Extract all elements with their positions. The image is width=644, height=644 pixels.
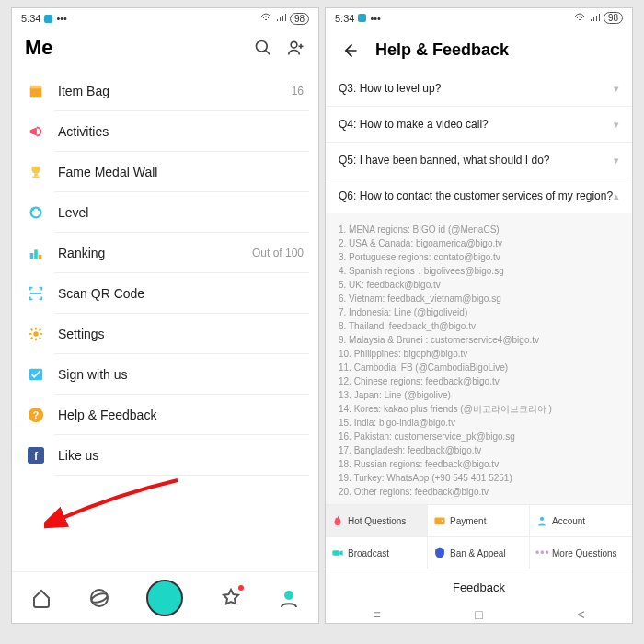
svg-point-10	[31, 208, 35, 212]
video-icon	[331, 546, 344, 559]
wifi-icon	[260, 13, 271, 24]
notification-dot-icon	[238, 585, 244, 591]
answer-line: 18. Russian regions: feedback@bigo.tv	[339, 457, 619, 471]
android-nav: ≡ □ <	[326, 605, 632, 623]
svg-rect-12	[30, 253, 34, 259]
svg-line-24	[40, 329, 41, 331]
nav-back-icon[interactable]: <	[572, 607, 591, 622]
menu-item-bag[interactable]: Item Bag 16	[12, 71, 318, 111]
answer-line: 4. Spanish regions：bigolivees@bigo.sg	[339, 264, 619, 278]
svg-point-34	[442, 520, 443, 522]
feedback-button[interactable]: Feedback	[326, 569, 632, 605]
menu-ranking[interactable]: Ranking Out of 100	[12, 233, 318, 273]
answer-line: 9. Malaysia & Brunei : customerservice4@…	[339, 333, 619, 347]
wifi-icon	[574, 13, 585, 24]
nav-broadcast-button[interactable]	[146, 580, 183, 616]
search-icon[interactable]	[254, 39, 272, 57]
answer-line: 13. Japan: Line (@bigolive)	[339, 388, 619, 402]
answer-line: 12. Chinese regions: feedback@bigo.tv	[339, 374, 619, 388]
status-bar: 5:34 ••• 98	[12, 8, 318, 29]
menu-fame[interactable]: Fame Medal Wall	[12, 152, 318, 192]
chevron-down-icon: ▾	[614, 155, 619, 167]
faq-row-q6[interactable]: Q6: How to contact the customer services…	[326, 178, 632, 213]
menu-label: Item Bag	[58, 84, 292, 98]
feedback-label: Feedback	[453, 581, 505, 594]
faq-row-q5[interactable]: Q5: I have been banned, what should I do…	[326, 143, 632, 178]
signal-icon	[275, 13, 286, 24]
cat-ban[interactable]: Ban & Appeal	[428, 537, 530, 569]
flame-icon	[331, 514, 344, 527]
menu-value: 16	[292, 85, 304, 98]
answer-line: 5. UK: feedback@bigo.tv	[339, 278, 619, 292]
signal-icon	[589, 13, 600, 24]
app-indicator-icon	[44, 15, 52, 23]
more-icon: •••	[535, 546, 548, 559]
page-title: Me	[25, 36, 53, 60]
me-header: Me	[12, 29, 318, 71]
bag-icon	[27, 82, 45, 100]
faq-question: Q3: How to level up?	[339, 82, 441, 95]
nav-home-icon[interactable]	[30, 587, 52, 609]
answer-line: 6. Vietnam: feedback_vietnam@bigo.sg	[339, 292, 619, 305]
svg-point-11	[38, 208, 41, 212]
nav-home-icon[interactable]: □	[470, 607, 489, 622]
back-icon[interactable]	[340, 41, 359, 60]
menu-settings[interactable]: Settings	[12, 314, 318, 354]
faq-row-q3[interactable]: Q3: How to level up? ▾	[326, 71, 632, 107]
menu-scan[interactable]: Scan QR Code	[12, 273, 318, 314]
nav-explore-icon[interactable]	[88, 587, 110, 609]
cat-label: Payment	[450, 516, 486, 526]
menu-like[interactable]: f Like us	[12, 435, 318, 476]
trophy-icon	[27, 163, 45, 181]
faq-question: Q6: How to contact the customer services…	[339, 190, 613, 202]
menu-activities[interactable]: Activities	[12, 111, 318, 152]
facebook-icon: f	[27, 446, 45, 465]
faq-question: Q4: How to make a video call?	[339, 118, 489, 131]
answer-line: 16. Pakistan: customerservice_pk@bigo.sg	[339, 430, 619, 443]
qr-icon	[27, 284, 45, 303]
svg-rect-8	[32, 177, 39, 178]
nav-star-icon[interactable]	[220, 587, 242, 609]
battery-icon: 98	[604, 12, 623, 24]
cat-label: Hot Questions	[348, 516, 406, 526]
cat-label: Account	[552, 516, 585, 526]
me-screen: 5:34 ••• 98 Me	[11, 7, 319, 624]
help-header: Help & Feedback	[326, 28, 632, 71]
svg-rect-13	[34, 249, 38, 259]
faq-row-q4[interactable]: Q4: How to make a video call? ▾	[326, 107, 632, 143]
bottom-nav	[12, 571, 318, 623]
menu-label: Level	[58, 205, 304, 220]
answer-line: 20. Other regions: feedback@bigo.tv	[339, 485, 619, 499]
cat-account[interactable]: Account	[530, 505, 632, 537]
answer-line: 7. Indonesia: Line (@bigoliveid)	[339, 305, 619, 319]
svg-rect-14	[39, 255, 42, 259]
megaphone-icon	[27, 122, 45, 141]
cat-payment[interactable]: Payment	[428, 505, 530, 537]
cat-label: Broadcast	[348, 548, 389, 558]
medal-icon	[27, 203, 45, 222]
battery-icon: 98	[290, 13, 309, 25]
more-indicator: •••	[370, 13, 381, 24]
svg-point-0	[257, 41, 268, 52]
svg-line-22	[40, 338, 41, 339]
add-friend-icon[interactable]	[287, 39, 305, 57]
svg-point-35	[540, 517, 544, 521]
nav-profile-icon[interactable]	[278, 587, 300, 609]
svg-rect-6	[30, 86, 42, 89]
svg-point-32	[284, 591, 293, 600]
chevron-down-icon: ▾	[614, 83, 619, 95]
cat-broadcast[interactable]: Broadcast	[326, 537, 428, 569]
status-bar: 5:34 ••• 98	[326, 8, 632, 28]
svg-text:?: ?	[33, 409, 40, 420]
menu-label: Activities	[58, 124, 304, 139]
menu-sign[interactable]: Sign with us	[12, 354, 318, 395]
menu-label: Ranking	[58, 246, 252, 260]
answer-line: 1. MENA regions: BIGO id (@MenaCS)	[339, 223, 619, 236]
nav-recent-icon[interactable]: ≡	[368, 607, 386, 622]
menu-help[interactable]: ? Help & Feedback	[12, 395, 318, 435]
cat-more[interactable]: •••More Questions	[530, 537, 632, 569]
menu-list: Item Bag 16 Activities Fame Medal Wall L…	[12, 71, 318, 571]
cat-hot-questions[interactable]: Hot Questions	[326, 505, 428, 537]
wallet-icon	[433, 514, 446, 527]
menu-level[interactable]: Level	[12, 192, 318, 233]
